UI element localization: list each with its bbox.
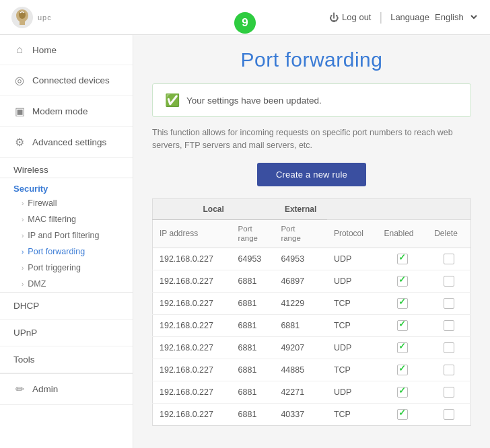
page-title: Port forwarding xyxy=(152,48,471,71)
enabled-checkbox[interactable] xyxy=(397,387,408,398)
port-forwarding-table: Local External IP address Portrange Port… xyxy=(152,198,471,426)
enabled-checkbox[interactable] xyxy=(397,409,408,420)
cell-port-local: 6881 xyxy=(232,315,275,337)
chevron-icon: › xyxy=(22,248,24,256)
success-banner: ✅ Your settings have been updated. xyxy=(152,83,471,117)
delete-checkbox[interactable] xyxy=(444,320,454,331)
sidebar-item-admin[interactable]: ✏ Admin xyxy=(0,374,133,405)
enabled-checkbox[interactable] xyxy=(397,276,408,287)
col-protocol-header: Protocol xyxy=(327,219,378,248)
cell-ip: 192.168.0.227 xyxy=(153,404,232,426)
external-group-header: External xyxy=(274,198,327,219)
sidebar-subitem-dmz[interactable]: › DMZ xyxy=(0,276,133,292)
cell-enabled[interactable] xyxy=(378,359,428,381)
table-row: 192.168.0.227 6881 40337 TCP xyxy=(153,404,471,426)
sidebar-item-advanced-settings[interactable]: ⚙ Advanced settings xyxy=(0,127,133,158)
table-row: 192.168.0.227 6881 6881 TCP xyxy=(153,315,471,337)
chevron-icon: › xyxy=(22,200,24,207)
sidebar-item-upnp[interactable]: UPnP xyxy=(0,320,133,346)
language-select[interactable]: English Deutsch Français xyxy=(432,11,479,23)
sidebar-subitem-port-forwarding[interactable]: › Port forwarding xyxy=(0,244,133,260)
cell-ip: 192.168.0.227 xyxy=(153,381,232,404)
enabled-checkbox[interactable] xyxy=(397,254,408,264)
delete-checkbox[interactable] xyxy=(444,254,454,264)
cell-enabled[interactable] xyxy=(378,404,428,426)
success-message: Your settings have been updated. xyxy=(186,96,322,106)
cell-port-local: 6881 xyxy=(232,270,275,293)
home-icon: ⌂ xyxy=(13,44,26,56)
devices-icon: ◎ xyxy=(13,74,26,87)
logout-button[interactable]: ⏻ Log out xyxy=(329,12,371,23)
cell-protocol: TCP xyxy=(327,404,378,426)
cell-delete[interactable] xyxy=(427,293,470,315)
logo: upc xyxy=(11,6,52,29)
cell-delete[interactable] xyxy=(427,337,470,359)
cell-port-local: 6881 xyxy=(232,359,275,381)
admin-label: Admin xyxy=(32,384,58,394)
sidebar-section-wireless[interactable]: Wireless xyxy=(0,158,133,178)
delete-checkbox[interactable] xyxy=(444,276,454,287)
cell-delete[interactable] xyxy=(427,404,470,426)
sidebar-item-dhcp[interactable]: DHCP xyxy=(0,293,133,320)
cell-protocol: TCP xyxy=(327,293,378,315)
cell-protocol: TCP xyxy=(327,359,378,381)
main-layout: ⌂ Home ◎ Connected devices ▣ Modem mode … xyxy=(0,35,490,448)
table-row: 192.168.0.227 6881 49207 UDP xyxy=(153,337,471,359)
sidebar-subitem-port-triggering[interactable]: › Port triggering xyxy=(0,260,133,276)
cell-delete[interactable] xyxy=(427,270,470,293)
col-port-range-ext-header: Portrange xyxy=(274,219,327,248)
cell-port-local: 64953 xyxy=(232,248,275,270)
cell-delete[interactable] xyxy=(427,248,470,270)
cell-ip: 192.168.0.227 xyxy=(153,270,232,293)
cell-port-local: 6881 xyxy=(232,337,275,359)
enabled-checkbox[interactable] xyxy=(397,342,408,353)
cell-protocol: TCP xyxy=(327,315,378,337)
cell-enabled[interactable] xyxy=(378,315,428,337)
cell-delete[interactable] xyxy=(427,381,470,404)
sidebar-item-tools[interactable]: Tools xyxy=(0,346,133,373)
delete-checkbox[interactable] xyxy=(444,298,454,309)
dhcp-label: DHCP xyxy=(13,301,39,311)
sidebar-item-connected-devices-label: Connected devices xyxy=(32,75,110,85)
cell-port-local: 6881 xyxy=(232,381,275,404)
delete-checkbox[interactable] xyxy=(444,365,454,375)
delete-checkbox[interactable] xyxy=(444,342,454,353)
delete-checkbox[interactable] xyxy=(444,387,454,398)
create-rule-button[interactable]: Create a new rule xyxy=(257,163,366,186)
sidebar-subitem-mac-filtering[interactable]: › MAC filtering xyxy=(0,211,133,227)
table-row: 192.168.0.227 64953 64953 UDP xyxy=(153,248,471,270)
cell-port-ext: 41229 xyxy=(274,293,327,315)
sidebar-item-home[interactable]: ⌂ Home xyxy=(0,35,133,65)
enabled-checkbox[interactable] xyxy=(397,320,408,331)
security-label: Security xyxy=(13,184,48,194)
cell-enabled[interactable] xyxy=(378,248,428,270)
chevron-icon: › xyxy=(22,281,24,288)
col-ip-header: IP address xyxy=(153,219,232,248)
delete-checkbox[interactable] xyxy=(444,409,454,420)
chevron-icon: › xyxy=(22,264,24,272)
cell-enabled[interactable] xyxy=(378,337,428,359)
logout-icon: ⏻ xyxy=(329,12,339,23)
cell-port-ext: 64953 xyxy=(274,248,327,270)
cell-enabled[interactable] xyxy=(378,381,428,404)
sidebar-item-modem-mode[interactable]: ▣ Modem mode xyxy=(0,96,133,127)
cell-enabled[interactable] xyxy=(378,293,428,315)
upnp-label: UPnP xyxy=(13,328,37,338)
cell-delete[interactable] xyxy=(427,359,470,381)
cell-delete[interactable] xyxy=(427,315,470,337)
topbar: upc 9 ⏻ Log out | Language English Deuts… xyxy=(0,0,490,35)
upc-logo-icon xyxy=(11,6,34,29)
cell-port-ext: 42271 xyxy=(274,381,327,404)
cell-enabled[interactable] xyxy=(378,270,428,293)
sidebar: ⌂ Home ◎ Connected devices ▣ Modem mode … xyxy=(0,35,133,448)
sidebar-subitem-ip-port-filtering[interactable]: › IP and Port filtering xyxy=(0,227,133,244)
cell-ip: 192.168.0.227 xyxy=(153,248,232,270)
col-port-range-local-header: Portrange xyxy=(232,219,275,248)
cell-ip: 192.168.0.227 xyxy=(153,337,232,359)
enabled-checkbox[interactable] xyxy=(397,365,408,375)
sidebar-subitem-firewall[interactable]: › Firewall xyxy=(0,195,133,211)
sidebar-item-connected-devices[interactable]: ◎ Connected devices xyxy=(0,65,133,96)
enabled-checkbox[interactable] xyxy=(397,298,408,309)
chevron-icon: › xyxy=(22,216,24,223)
cell-port-ext: 6881 xyxy=(274,315,327,337)
